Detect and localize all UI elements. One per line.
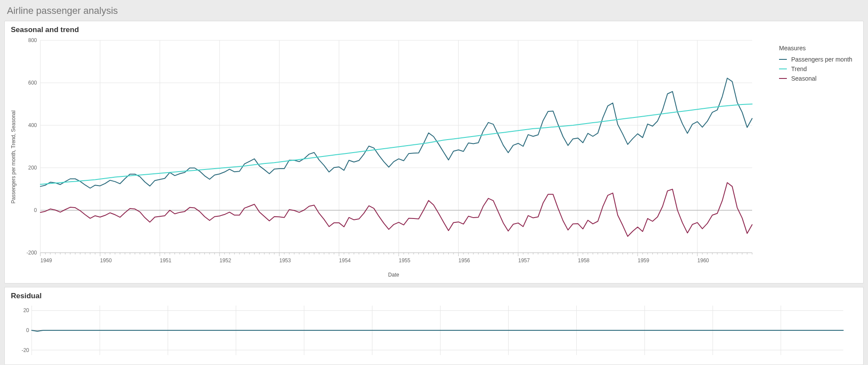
svg-text:600: 600 [28,80,37,86]
svg-text:1952: 1952 [220,257,231,264]
panel-title: Residual [5,287,863,302]
legend-label: Seasonal [791,75,816,82]
svg-text:0: 0 [34,207,37,213]
legend-swatch [779,59,787,60]
svg-text:1956: 1956 [458,257,470,264]
svg-text:-20: -20 [22,347,30,353]
panel-seasonal-trend: Seasonal and trend Passengers per month,… [4,21,864,284]
svg-text:1957: 1957 [518,257,530,264]
legend-swatch [779,68,787,69]
svg-text:400: 400 [28,122,37,128]
svg-text:1959: 1959 [638,257,649,264]
chart-seasonal-trend[interactable]: -200020040060080019491950195119521953195… [19,36,756,270]
y-axis-label: Passengers per month, Trend, Seasonal [8,36,19,278]
panel-residual: Residual -20020 [4,287,864,365]
legend-item[interactable]: Trend [779,65,855,72]
svg-text:20: 20 [23,307,30,313]
svg-text:-200: -200 [26,250,37,256]
dashboard-root: Airline passenger analysis Seasonal and … [0,0,868,365]
legend-swatch [779,78,787,79]
chart-residual[interactable]: -20020 [19,302,848,358]
page-title: Airline passenger analysis [4,3,864,21]
legend-item[interactable]: Seasonal [779,75,855,82]
svg-text:1954: 1954 [339,257,351,264]
x-axis-label: Date [19,270,769,278]
svg-text:1949: 1949 [40,257,52,264]
legend-label: Trend [791,65,807,72]
svg-text:1955: 1955 [399,257,411,264]
svg-text:1950: 1950 [100,257,112,264]
legend-label: Passengers per month [791,56,852,63]
svg-text:800: 800 [28,37,37,43]
svg-text:1960: 1960 [697,257,709,264]
svg-text:1953: 1953 [279,257,291,264]
legend-item[interactable]: Passengers per month [779,56,855,63]
svg-text:0: 0 [26,327,29,333]
panel-title: Seasonal and trend [5,21,863,36]
svg-text:200: 200 [28,165,37,171]
legend-title: Measures [779,45,855,52]
legend: Measures Passengers per monthTrendSeason… [769,36,855,278]
svg-text:1951: 1951 [160,257,171,264]
svg-text:1958: 1958 [578,257,590,264]
